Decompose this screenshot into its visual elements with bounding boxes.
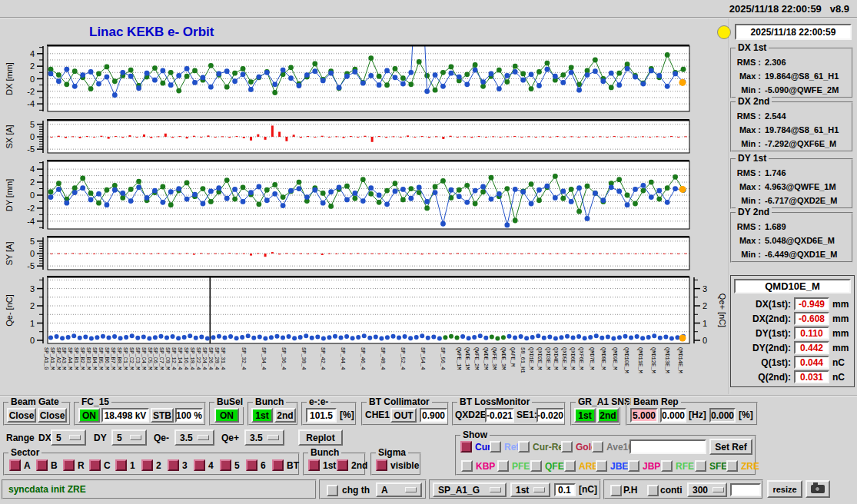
bpm-label: SP_14_4	[177, 347, 183, 370]
ph-checkbox[interactable]	[610, 485, 622, 496]
beam-gate-close-1-button[interactable]: Close	[7, 408, 36, 423]
sector-checkbox-r[interactable]	[63, 459, 75, 471]
points-select[interactable]: 300	[687, 482, 727, 497]
sp-select[interactable]: SP_A1_G	[433, 482, 507, 497]
bunch-checkbox-2nd[interactable]	[337, 459, 348, 471]
dx-orbit-chart: 420-2-4DX [mm]	[0, 41, 728, 117]
bpm-label: SP_31_4	[220, 347, 226, 370]
che1-out-button[interactable]: OUT	[390, 408, 417, 423]
replot-button[interactable]: Replot	[298, 429, 343, 446]
sector-checkbox-3[interactable]	[168, 459, 179, 471]
show-ref-checkbox[interactable]	[490, 441, 501, 453]
set-ref-input[interactable]	[629, 439, 706, 454]
bpm-label: SP_C4_M	[141, 347, 147, 370]
monitor-value: 0.442	[794, 341, 829, 354]
show-rfe-checkbox[interactable]	[661, 460, 673, 472]
bpm-label: SP_38_4	[301, 347, 307, 370]
bpm-label: SP_C1_M	[122, 347, 128, 370]
range-dx-select[interactable]: 5	[51, 429, 86, 446]
sector-checkbox-c[interactable]	[89, 459, 101, 471]
sector-checkbox-4[interactable]	[194, 459, 205, 471]
busel-group: BuSel ON	[209, 402, 244, 426]
threshold-input[interactable]	[554, 483, 576, 496]
show-qfe-checkbox[interactable]	[530, 460, 542, 472]
range-qep-select[interactable]: 3.5	[244, 429, 284, 446]
monitor-row-dy2: DY(2nd): 0.442 mm	[731, 341, 849, 354]
sector-checkbox-2[interactable]	[141, 459, 153, 471]
conti-checkbox[interactable]	[647, 485, 659, 496]
ph-label: P.H	[623, 485, 637, 496]
show-cur-checkbox[interactable]	[460, 441, 472, 453]
beam-rep-field-1: 5.000	[630, 408, 658, 423]
bunch-checkbox-1st[interactable]	[308, 459, 320, 471]
gr-a1-snsr-group: GR_A1 SNSR 1st 2nd	[570, 402, 621, 426]
bpm-label: QMD13E_M	[664, 347, 670, 373]
sector-item-1: 1	[115, 459, 135, 471]
bunch-item-2nd: 2nd	[337, 459, 367, 471]
range-label: Range	[6, 433, 35, 443]
fc15-stb-button[interactable]: STB	[151, 408, 174, 423]
show-jbp-checkbox[interactable]	[628, 460, 639, 472]
bpm-label: S8_61_H1	[520, 347, 526, 373]
sector-checkbox-6[interactable]	[246, 459, 257, 471]
svg-text:2: 2	[703, 301, 707, 310]
monitor-value: -0.949	[794, 297, 829, 310]
sector-item-a: A	[9, 459, 31, 471]
bpm-label: QXD5E_M	[561, 347, 567, 370]
stat-min: Min :-6.717@QXD2E_M	[732, 194, 852, 207]
show-cur-ref-checkbox[interactable]	[518, 441, 530, 453]
beam-rep-pct-unit: [%]	[739, 410, 753, 420]
gr-a1-snsr-2nd-button[interactable]: 2nd	[597, 408, 619, 423]
fc15-on-button[interactable]: ON	[78, 408, 100, 423]
set-ref-button[interactable]: Set Ref	[709, 439, 752, 455]
qxd2e-label: QXD2E:	[455, 410, 490, 420]
chg-th-checkbox[interactable]	[327, 485, 338, 496]
option-menu-indicator	[198, 435, 209, 440]
svg-text:0: 0	[30, 132, 35, 141]
stats-panel-dx-2nd: DX 2nd RMS :2.544 Max :19.784@S8_61_H1 M…	[730, 101, 853, 152]
show-ave10-checkbox[interactable]	[592, 441, 603, 453]
show-item-zre: ZRE	[726, 460, 759, 472]
range-dy-select[interactable]: 5	[111, 429, 147, 446]
sector-checkbox-a[interactable]	[9, 459, 21, 471]
monitor-row-dx2: DX(2nd): -0.608 mm	[731, 312, 849, 325]
show-gold-checkbox[interactable]	[561, 441, 573, 453]
se1-field: -0.020	[536, 408, 564, 423]
svg-text:0: 0	[30, 191, 35, 200]
svg-text:-2: -2	[27, 204, 35, 213]
show-item-pfe: PFE	[497, 460, 530, 472]
show-jbe-checkbox[interactable]	[596, 460, 607, 472]
bpm-label: QMD12E_M	[650, 347, 656, 373]
bt-collimator-group: BT Collimator CHE1: OUT 0.900	[361, 402, 449, 426]
bpm-label: QMD11E_M	[637, 347, 643, 373]
stat-min: Min :-7.292@QXF6E_M	[732, 137, 852, 151]
sector-checkbox-1[interactable]	[115, 459, 127, 471]
resize-button[interactable]: resize	[767, 480, 802, 498]
show-zre-checkbox[interactable]	[726, 460, 738, 472]
show-kbp-checkbox[interactable]	[461, 460, 473, 472]
stats-panel-title: DX 1st	[736, 42, 769, 53]
beam-gate-close-2-button[interactable]: Close	[38, 408, 67, 423]
busel-on-button[interactable]: ON	[214, 408, 239, 423]
page-title: Linac KEKB e- Orbit	[89, 25, 214, 40]
gr-a1-snsr-1st-button[interactable]: 1st	[574, 408, 596, 423]
sector-checkbox-5[interactable]	[220, 459, 231, 471]
show-are-checkbox[interactable]	[564, 460, 576, 472]
sector-checkbox-b[interactable]	[36, 459, 48, 471]
extra-input[interactable]	[730, 483, 761, 496]
bunch-1st-button[interactable]: 1st	[251, 408, 273, 423]
option-menu-indicator	[490, 487, 501, 492]
bpm-label: QAFE_M	[510, 347, 516, 366]
bpm-label: QWFE_1M	[456, 347, 462, 370]
sigma-visible-checkbox[interactable]	[376, 459, 387, 471]
camera-button[interactable]	[806, 480, 830, 498]
bpm-label: SP_42_4	[320, 347, 326, 370]
bunch-select[interactable]: 1st	[510, 482, 550, 497]
sector-item-3: 3	[168, 459, 188, 471]
show-sfe-checkbox[interactable]	[695, 460, 706, 472]
show-pfe-checkbox[interactable]	[497, 460, 509, 472]
sector-checkbox-bt[interactable]	[272, 459, 284, 471]
bunch-2nd-button[interactable]: 2nd	[274, 408, 296, 423]
range-qem-select[interactable]: 3.5	[174, 429, 214, 446]
chg-th-select[interactable]: A	[376, 482, 422, 497]
